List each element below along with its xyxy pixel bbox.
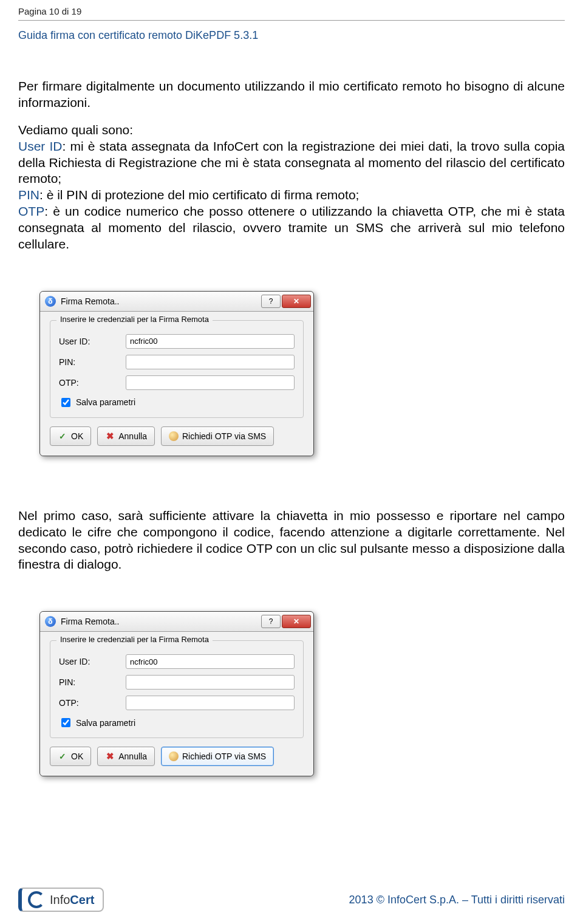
globe-icon (169, 431, 179, 441)
otp-label: OTP: (59, 378, 126, 388)
otp-input[interactable] (126, 375, 295, 390)
salva-parametri-label: Salva parametri (76, 397, 135, 407)
header-rule (18, 20, 565, 21)
firma-remota-dialog-1: δ Firma Remota.. ? ✕ Inserire le credenz… (39, 291, 314, 456)
user-id-input[interactable] (126, 334, 295, 349)
ok-button[interactable]: ✓ OK (50, 426, 91, 446)
salva-parametri-label: Salva parametri (76, 718, 135, 728)
ok-label: OK (71, 751, 83, 761)
close-button[interactable]: ✕ (282, 295, 311, 308)
paragraph-intro: Per firmare digitalmente un documento ut… (18, 78, 565, 111)
logo-c-icon (28, 891, 45, 908)
help-button[interactable]: ? (261, 615, 281, 628)
firma-remota-dialog-2: δ Firma Remota.. ? ✕ Inserire le credenz… (39, 611, 314, 776)
cross-icon: ✖ (105, 751, 115, 761)
app-icon: δ (45, 616, 56, 627)
check-icon: ✓ (58, 751, 67, 761)
user-id-label: User ID: (59, 657, 126, 666)
annulla-label: Annulla (118, 751, 147, 761)
salva-parametri-checkbox[interactable] (61, 398, 70, 407)
credentials-intro: Vediamo quali sono: (18, 123, 133, 137)
logo-suffix: Cert (70, 893, 94, 906)
logo-prefix: Info (50, 893, 70, 906)
pin-input[interactable] (126, 355, 295, 369)
paragraph-credentials: Vediamo quali sono: User ID: mi è stata … (18, 122, 565, 253)
pin-input[interactable] (126, 675, 295, 690)
otp-input[interactable] (126, 696, 295, 710)
richiedi-label: Richiedi OTP via SMS (182, 751, 266, 761)
infocert-logo: InfoCert (18, 888, 104, 912)
user-id-desc: : mi è stata assegnata da InfoCert con l… (18, 139, 565, 186)
salva-parametri-checkbox[interactable] (61, 718, 70, 727)
dialog-title: Firma Remota.. (61, 296, 261, 306)
otp-label: OTP: (59, 698, 126, 708)
user-id-label: User ID: (59, 337, 126, 346)
page-footer: InfoCert 2013 © InfoCert S.p.A. – Tutti … (18, 888, 565, 912)
pin-label: PIN: (59, 677, 126, 687)
dialog-title: Firma Remota.. (61, 617, 261, 626)
document-title: Guida firma con certificato remoto DiKeP… (18, 29, 565, 42)
pin-term: PIN (18, 188, 39, 202)
user-id-input[interactable] (126, 654, 295, 669)
annulla-button[interactable]: ✖ Annulla (97, 426, 155, 446)
close-button[interactable]: ✕ (282, 615, 311, 628)
app-icon: δ (45, 296, 56, 307)
otp-term: OTP (18, 204, 44, 218)
cross-icon: ✖ (105, 431, 115, 441)
dialog-titlebar: δ Firma Remota.. ? ✕ (40, 612, 313, 632)
richiedi-otp-button[interactable]: Richiedi OTP via SMS (161, 747, 274, 766)
page-number: Pagina 10 di 19 (18, 6, 565, 16)
help-button[interactable]: ? (261, 295, 281, 308)
copyright-text: 2013 © InfoCert S.p.A. – Tutti i diritti… (349, 894, 565, 906)
user-id-term: User ID (18, 139, 62, 153)
annulla-button[interactable]: ✖ Annulla (97, 747, 155, 766)
annulla-label: Annulla (118, 431, 147, 441)
ok-label: OK (71, 431, 83, 441)
credentials-group: Inserire le credenziali per la Firma Rem… (50, 640, 304, 738)
group-title: Inserire le credenziali per la Firma Rem… (56, 315, 213, 324)
check-icon: ✓ (58, 431, 67, 441)
group-title: Inserire le credenziali per la Firma Rem… (56, 635, 213, 644)
dialog-titlebar: δ Firma Remota.. ? ✕ (40, 292, 313, 312)
pin-label: PIN: (59, 357, 126, 367)
pin-desc: : è il PIN di protezione del mio certifi… (39, 188, 359, 202)
globe-icon (169, 751, 179, 761)
otp-desc: : è un codice numerico che posso ottener… (18, 204, 565, 251)
richiedi-label: Richiedi OTP via SMS (182, 431, 266, 441)
credentials-group: Inserire le credenziali per la Firma Rem… (50, 320, 304, 418)
paragraph-otp-cases: Nel primo caso, sarà sufficiente attivar… (18, 508, 565, 573)
ok-button[interactable]: ✓ OK (50, 747, 91, 766)
richiedi-otp-button[interactable]: Richiedi OTP via SMS (161, 426, 274, 446)
